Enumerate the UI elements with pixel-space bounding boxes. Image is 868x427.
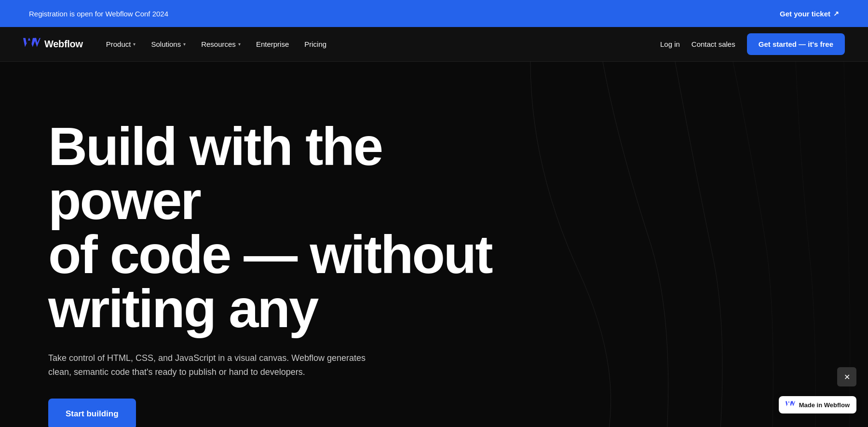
chevron-down-icon: ▾: [238, 41, 241, 47]
nav-items: Product ▾ Solutions ▾ Resources ▾ Enterp…: [100, 36, 332, 52]
nav-item-enterprise[interactable]: Enterprise: [250, 36, 295, 52]
hero-headline-line2: of code — without: [48, 224, 492, 285]
nav-login-link[interactable]: Log in: [660, 40, 680, 48]
nav-item-enterprise-label: Enterprise: [256, 40, 289, 48]
announcement-bar: Registration is open for Webflow Conf 20…: [0, 0, 868, 27]
logo[interactable]: Webflow: [23, 38, 83, 51]
nav-item-product[interactable]: Product ▾: [100, 36, 142, 52]
hero-headline-line1: Build with the power: [48, 116, 382, 231]
nav-contact-sales-link[interactable]: Contact sales: [692, 40, 735, 48]
nav-item-solutions-label: Solutions: [151, 40, 181, 48]
announcement-link[interactable]: Get your ticket ↗: [780, 10, 839, 18]
nav-item-resources[interactable]: Resources ▾: [195, 36, 246, 52]
chevron-down-icon: ▾: [133, 41, 136, 47]
hero-section: Build with the power of code — without w…: [0, 62, 868, 427]
nav-item-pricing-label: Pricing: [304, 40, 326, 48]
start-building-button[interactable]: Start building: [48, 399, 136, 427]
announcement-text: Registration is open for Webflow Conf 20…: [29, 10, 168, 18]
made-in-webflow-icon: [786, 401, 795, 409]
hero-headline: Build with the power of code — without w…: [48, 120, 511, 336]
made-in-webflow-badge[interactable]: Made in Webflow: [779, 396, 856, 413]
nav-item-resources-label: Resources: [201, 40, 236, 48]
nav-item-pricing[interactable]: Pricing: [298, 36, 332, 52]
nav-left: Webflow Product ▾ Solutions ▾ Resources …: [23, 36, 332, 52]
webflow-logo-icon: [23, 38, 41, 51]
nav-item-solutions[interactable]: Solutions ▾: [145, 36, 191, 52]
hero-headline-line3: writing any: [48, 278, 317, 339]
chat-widget[interactable]: ✕: [837, 367, 856, 386]
announcement-link-label: Get your ticket: [780, 10, 830, 18]
nav-right: Log in Contact sales Get started — it's …: [660, 33, 845, 55]
hero-description: Take control of HTML, CSS, and JavaScrip…: [48, 351, 366, 379]
external-link-icon: ↗: [833, 10, 839, 17]
navbar: Webflow Product ▾ Solutions ▾ Resources …: [0, 27, 868, 62]
chat-icon: ✕: [844, 372, 850, 382]
chevron-down-icon: ▾: [183, 41, 186, 47]
hero-content: Build with the power of code — without w…: [48, 100, 511, 427]
nav-item-product-label: Product: [106, 40, 131, 48]
made-in-webflow-text: Made in Webflow: [799, 401, 850, 409]
logo-text: Webflow: [44, 39, 83, 50]
get-started-button[interactable]: Get started — it's free: [747, 33, 845, 55]
